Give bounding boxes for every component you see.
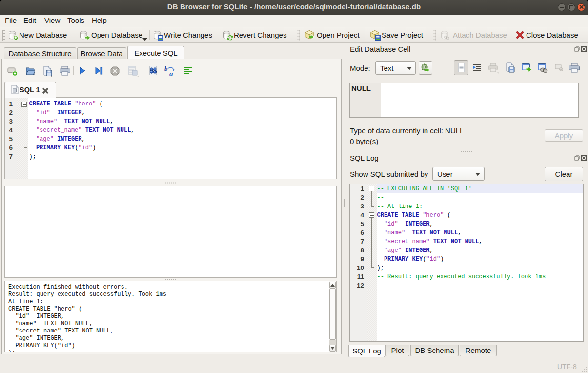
svg-text:b: b [164,65,168,72]
svg-text:a: a [169,70,173,77]
